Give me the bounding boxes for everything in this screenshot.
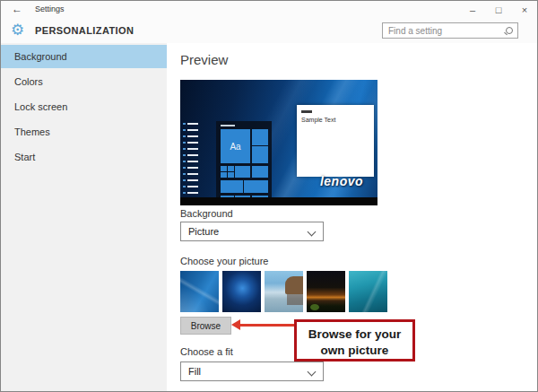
annotation-arrowhead	[231, 319, 240, 330]
tile	[228, 172, 234, 178]
annotation-arrow	[239, 324, 294, 327]
chevron-down-icon	[308, 228, 317, 237]
tile	[235, 166, 250, 178]
tiles-group-dash	[221, 125, 235, 126]
browse-button[interactable]: Browse	[180, 317, 231, 335]
picture-thumbnail-1[interactable]	[180, 271, 219, 312]
start-menu-tiles: Aa	[216, 121, 272, 205]
tile	[244, 180, 268, 193]
picture-thumbnail-4[interactable]	[307, 271, 345, 312]
page-header: ⚙ PERSONALIZATION	[1, 19, 537, 43]
sidebar-item-lock-screen[interactable]: Lock screen	[1, 95, 167, 118]
tile	[221, 180, 243, 193]
annotation-callout: Browse for your own picture	[294, 319, 415, 362]
back-arrow-icon[interactable]: ←	[12, 3, 22, 15]
gear-icon: ⚙	[11, 20, 24, 41]
taskbar	[180, 197, 377, 205]
picture-thumbnail-2[interactable]	[222, 271, 261, 312]
search-input[interactable]	[383, 23, 507, 38]
window-controls: – □ ×	[467, 1, 530, 19]
tile	[252, 146, 268, 163]
callout-text-line2: own picture	[297, 343, 412, 359]
background-label: Background	[180, 208, 233, 219]
tile	[228, 166, 234, 171]
picture-thumbnail-3[interactable]	[265, 271, 303, 312]
search-box[interactable]	[382, 22, 518, 39]
sidebar-item-background[interactable]: Background	[1, 45, 167, 68]
choose-fit-label: Choose a fit	[180, 346, 233, 357]
preview-heading: Preview	[180, 52, 228, 67]
page-title: PERSONALIZATION	[35, 25, 134, 36]
background-type-value: Picture	[188, 226, 219, 237]
choose-picture-label: Choose your picture	[180, 256, 268, 266]
callout-text-line1: Browse for your	[297, 327, 412, 343]
sidebar-item-themes[interactable]: Themes	[1, 120, 167, 144]
fit-value: Fill	[188, 366, 201, 377]
window-title: Settings	[35, 4, 65, 13]
search-icon[interactable]	[506, 27, 513, 34]
title-bar: ← Settings – □ ×	[1, 1, 537, 19]
background-type-select[interactable]: Picture	[180, 222, 324, 241]
maximize-button[interactable]: □	[493, 4, 504, 15]
fit-select[interactable]: Fill	[180, 362, 324, 381]
tile	[252, 129, 268, 145]
start-menu-list	[187, 123, 198, 196]
sidebar: Background Colors Lock screen Themes Sta…	[1, 43, 167, 392]
tile	[221, 166, 227, 171]
close-button[interactable]: ×	[519, 4, 530, 15]
lenovo-logo: lenovo	[310, 174, 373, 188]
minimize-button[interactable]: –	[467, 4, 478, 15]
picture-thumbnail-5[interactable]	[349, 271, 387, 312]
sample-window: Sample Text	[297, 105, 374, 177]
tile-aa: Aa	[221, 129, 250, 163]
tile	[252, 166, 268, 178]
sidebar-item-start[interactable]: Start	[1, 145, 167, 169]
desktop-preview: Aa Sample Text lenovo	[180, 80, 377, 205]
sample-window-title-dash	[301, 110, 312, 113]
settings-window: ← Settings – □ × ⚙ PERSONALIZATION Backg…	[0, 0, 538, 392]
sidebar-item-colors[interactable]: Colors	[1, 70, 167, 93]
sample-text: Sample Text	[301, 117, 335, 123]
tile	[221, 172, 227, 178]
start-menu-list-rail	[183, 123, 186, 196]
chevron-down-icon	[308, 368, 317, 377]
